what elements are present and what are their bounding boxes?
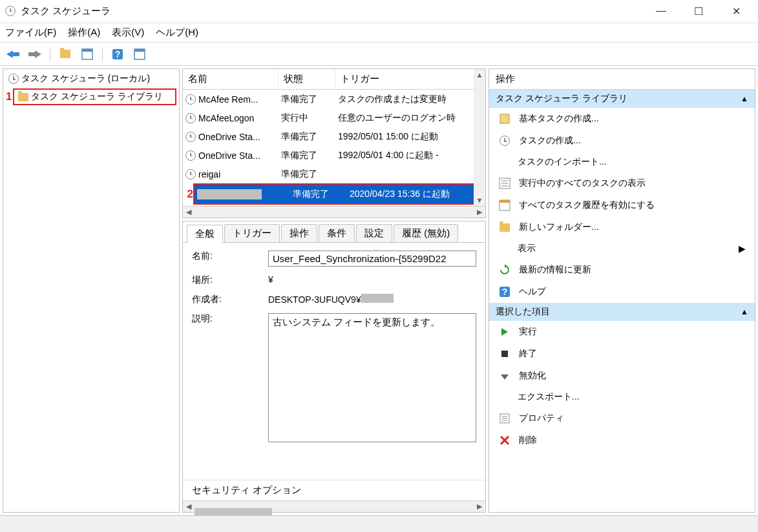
action-import[interactable]: タスクのインポート... <box>489 152 755 172</box>
titlebar: タスク スケジューラ — ☐ ✕ <box>0 0 758 23</box>
clock-icon <box>185 94 196 105</box>
action-create-task[interactable]: タスクの作成... <box>489 130 755 152</box>
forward-button[interactable] <box>26 45 44 63</box>
actions-title: 操作 <box>489 69 755 90</box>
redacted-name <box>197 189 262 200</box>
properties-button[interactable] <box>131 45 149 63</box>
history-icon <box>498 199 511 212</box>
menu-help[interactable]: ヘルプ(H) <box>156 26 198 39</box>
back-button[interactable] <box>4 45 22 63</box>
col-name[interactable]: 名前 <box>183 69 279 89</box>
chevron-up-icon: ▲ <box>741 307 748 316</box>
clock-icon <box>185 113 196 123</box>
wizard-icon <box>498 112 511 125</box>
action-export[interactable]: エクスポート... <box>489 387 755 407</box>
task-row[interactable]: McAfee Rem... 準備完了 タスクの作成または変更時 <box>183 90 485 108</box>
actions-library-section[interactable]: タスク スケジューラ ライブラリ ▲ <box>489 90 755 108</box>
tree-library[interactable]: タスク スケジューラ ライブラリ <box>13 88 176 105</box>
task-list: 名前 状態 トリガー McAfee Rem... 準備完了 タスクの作成または変… <box>182 68 486 218</box>
annotation-2: 2 <box>183 188 193 201</box>
action-refresh[interactable]: 最新の情報に更新 <box>489 259 755 281</box>
tree-root-label: タスク スケジューラ (ローカル) <box>21 73 150 85</box>
center-pane: 名前 状態 トリガー McAfee Rem... 準備完了 タスクの作成または変… <box>182 68 486 513</box>
clock-icon <box>185 150 196 161</box>
actions-pane: 操作 タスク スケジューラ ライブラリ ▲ 基本タスクの作成... タスクの作成… <box>489 68 755 513</box>
task-detail: 全般 トリガー 操作 条件 設定 履歴 (無効) 名前: 場所: ¥ 作成者: <box>182 221 486 513</box>
tab-general[interactable]: 全般 <box>187 225 223 243</box>
properties-icon <box>498 412 511 425</box>
action-disable[interactable]: 無効化 <box>489 365 755 387</box>
task-row[interactable]: OneDrive Sta... 準備完了 1992/05/01 15:00 に起… <box>183 127 485 146</box>
show-hide-button[interactable] <box>78 45 96 63</box>
svg-marker-20 <box>501 374 509 380</box>
refresh-icon <box>498 263 511 276</box>
tab-conditions[interactable]: 条件 <box>319 224 355 242</box>
task-row[interactable]: reigai 準備完了 <box>183 165 485 183</box>
tree-root[interactable]: タスク スケジューラ (ローカル) <box>6 72 176 86</box>
up-button[interactable] <box>56 45 74 63</box>
tab-history[interactable]: 履歴 (無効) <box>394 224 458 242</box>
action-end[interactable]: 終了 <box>489 343 755 365</box>
task-list-header: 名前 状態 トリガー <box>183 69 485 90</box>
name-label: 名前: <box>192 251 268 267</box>
desc-field[interactable] <box>268 313 476 442</box>
task-icon <box>498 134 511 147</box>
action-delete[interactable]: 削除 <box>489 429 755 451</box>
tree-library-label: タスク スケジューラ ライブラリ <box>31 91 163 103</box>
menu-file[interactable]: ファイル(F) <box>5 26 56 39</box>
task-row[interactable]: McAfeeLogon 実行中 任意のユーザーのログオン時 <box>183 108 485 127</box>
detail-horizontal-scrollbar[interactable]: ◀▶ <box>183 500 485 512</box>
svg-text:?: ? <box>502 287 508 297</box>
author-label: 作成者: <box>192 294 268 305</box>
tab-triggers[interactable]: トリガー <box>224 224 280 242</box>
folder-icon <box>18 93 28 101</box>
action-show-running[interactable]: 実行中のすべてのタスクの表示 <box>489 172 755 194</box>
vertical-scrollbar[interactable]: ▲▼ <box>474 69 485 206</box>
task-row[interactable]: OneDrive Sta... 準備完了 1992/05/01 4:00 に起動… <box>183 146 485 165</box>
minimize-button[interactable]: — <box>648 5 674 17</box>
action-help[interactable]: ? ヘルプ <box>489 281 755 303</box>
toolbar: ? <box>0 43 758 66</box>
clock-icon <box>185 132 196 142</box>
action-new-folder[interactable]: 新しいフォルダー... <box>489 216 755 238</box>
action-properties[interactable]: プロパティ <box>489 407 755 429</box>
maximize-button[interactable]: ☐ <box>686 5 711 17</box>
desc-label: 説明: <box>192 313 268 444</box>
col-state[interactable]: 状態 <box>279 69 335 89</box>
menu-view[interactable]: 表示(V) <box>112 26 144 39</box>
location-label: 場所: <box>192 274 268 286</box>
name-field[interactable] <box>268 251 476 267</box>
action-create-basic[interactable]: 基本タスクの作成... <box>489 108 755 130</box>
help-icon: ? <box>498 285 511 298</box>
app-icon <box>5 6 17 17</box>
action-run[interactable]: 実行 <box>489 321 755 343</box>
svg-rect-3 <box>82 49 92 52</box>
statusbar <box>0 515 758 532</box>
task-row-selected[interactable]: 準備完了 2020/04/23 15:36 に起動 <box>195 185 484 203</box>
tree-pane: タスク スケジューラ (ローカル) 1 タスク スケジューラ ライブラリ <box>3 68 180 513</box>
close-button[interactable]: ✕ <box>723 5 749 17</box>
list-icon <box>498 177 511 190</box>
menubar: ファイル(F) 操作(A) 表示(V) ヘルプ(H) <box>0 23 758 43</box>
svg-rect-7 <box>134 49 145 52</box>
help-button[interactable]: ? <box>109 45 127 63</box>
delete-icon <box>498 434 511 447</box>
action-enable-history[interactable]: すべてのタスク履歴を有効にする <box>489 194 755 216</box>
col-trigger[interactable]: トリガー <box>335 69 485 89</box>
security-options-label: セキュリティ オプション <box>183 480 485 500</box>
menu-action[interactable]: 操作(A) <box>68 26 100 39</box>
horizontal-scrollbar[interactable]: ◀▶ <box>183 206 485 218</box>
svg-marker-18 <box>501 328 508 336</box>
author-value: DESKTOP-3UFUQV9¥ <box>268 294 476 305</box>
annotation-1: 1 <box>6 90 12 103</box>
tab-settings[interactable]: 設定 <box>356 224 392 242</box>
svg-marker-1 <box>28 50 41 58</box>
action-view[interactable]: 表示 ▶ <box>489 238 755 259</box>
svg-rect-14 <box>500 200 510 203</box>
tab-actions[interactable]: 操作 <box>281 224 317 242</box>
actions-selected-section[interactable]: 選択した項目 ▲ <box>489 303 755 321</box>
detail-tabs: 全般 トリガー 操作 条件 設定 履歴 (無効) <box>183 221 485 243</box>
svg-rect-19 <box>501 351 508 357</box>
svg-marker-0 <box>6 50 19 58</box>
svg-rect-8 <box>500 114 509 123</box>
